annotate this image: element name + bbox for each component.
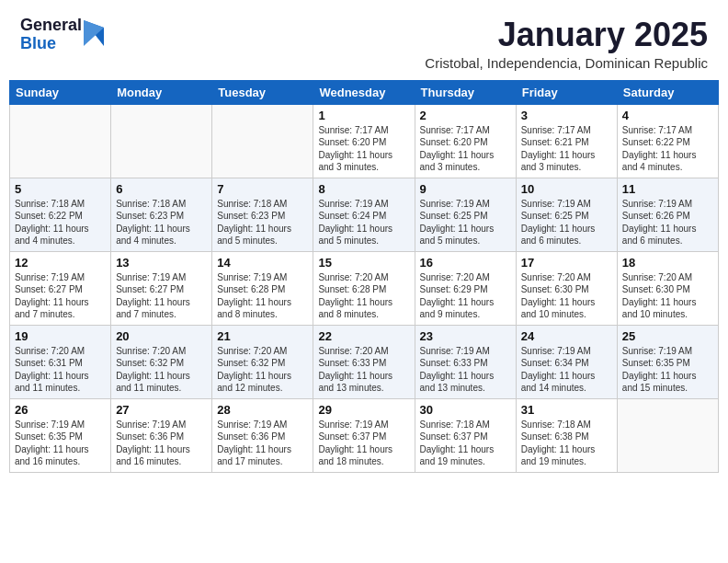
cell-info-text: Sunrise: 7:17 AM Sunset: 6:22 PM Dayligh… [622,124,713,174]
cell-date-number: 30 [420,403,511,417]
cell-info-text: Sunrise: 7:17 AM Sunset: 6:20 PM Dayligh… [420,124,511,174]
calendar-cell: 23Sunrise: 7:19 AM Sunset: 6:33 PM Dayli… [415,325,516,398]
calendar-cell: 13Sunrise: 7:19 AM Sunset: 6:27 PM Dayli… [111,251,212,325]
cell-date-number: 8 [318,182,409,196]
logo-general-text: General [20,17,82,35]
cell-info-text: Sunrise: 7:19 AM Sunset: 6:36 PM Dayligh… [217,419,308,468]
calendar-cell: 24Sunrise: 7:19 AM Sunset: 6:34 PM Dayli… [516,325,617,398]
cell-date-number: 9 [420,182,511,196]
cell-date-number: 10 [521,182,612,196]
cell-date-number: 4 [622,109,713,122]
cell-date-number: 5 [15,182,106,196]
cell-date-number: 2 [420,109,511,122]
cell-info-text: Sunrise: 7:19 AM Sunset: 6:27 PM Dayligh… [15,271,106,321]
calendar-header-row: SundayMondayTuesdayWednesdayThursdayFrid… [10,80,719,104]
calendar-cell: 28Sunrise: 7:19 AM Sunset: 6:36 PM Dayli… [212,398,313,472]
cell-date-number: 23 [420,329,511,343]
cell-info-text: Sunrise: 7:19 AM Sunset: 6:27 PM Dayligh… [116,271,207,321]
logo: General Blue [20,17,104,53]
calendar-cell: 12Sunrise: 7:19 AM Sunset: 6:27 PM Dayli… [10,251,111,325]
calendar-cell: 18Sunrise: 7:20 AM Sunset: 6:30 PM Dayli… [617,251,718,325]
month-title: January 2025 [425,17,708,53]
cell-info-text: Sunrise: 7:19 AM Sunset: 6:35 PM Dayligh… [15,419,106,468]
calendar-cell: 25Sunrise: 7:19 AM Sunset: 6:35 PM Dayli… [617,325,718,398]
cell-info-text: Sunrise: 7:20 AM Sunset: 6:30 PM Dayligh… [521,271,612,321]
calendar-week-row: 12Sunrise: 7:19 AM Sunset: 6:27 PM Dayli… [10,251,719,325]
day-header-friday: Friday [516,80,617,104]
cell-date-number: 21 [217,329,308,343]
day-header-tuesday: Tuesday [212,80,313,104]
calendar-cell [212,104,313,178]
cell-date-number: 14 [217,256,308,270]
cell-date-number: 22 [318,329,409,343]
cell-info-text: Sunrise: 7:20 AM Sunset: 6:31 PM Dayligh… [15,345,106,395]
cell-info-text: Sunrise: 7:19 AM Sunset: 6:26 PM Dayligh… [622,198,713,247]
cell-info-text: Sunrise: 7:19 AM Sunset: 6:34 PM Dayligh… [521,345,612,395]
calendar-cell: 30Sunrise: 7:18 AM Sunset: 6:37 PM Dayli… [415,398,516,472]
cell-info-text: Sunrise: 7:19 AM Sunset: 6:25 PM Dayligh… [420,198,511,247]
calendar-cell [10,104,111,178]
calendar-cell: 22Sunrise: 7:20 AM Sunset: 6:33 PM Dayli… [313,325,415,398]
cell-date-number: 20 [116,329,207,343]
cell-date-number: 3 [521,109,612,122]
cell-date-number: 29 [318,403,409,417]
cell-date-number: 7 [217,182,308,196]
calendar-cell: 26Sunrise: 7:19 AM Sunset: 6:35 PM Dayli… [10,398,111,472]
calendar-cell: 14Sunrise: 7:19 AM Sunset: 6:28 PM Dayli… [212,251,313,325]
cell-info-text: Sunrise: 7:19 AM Sunset: 6:25 PM Dayligh… [521,198,612,247]
cell-date-number: 31 [521,403,612,417]
cell-info-text: Sunrise: 7:19 AM Sunset: 6:37 PM Dayligh… [318,419,409,468]
cell-info-text: Sunrise: 7:18 AM Sunset: 6:23 PM Dayligh… [217,198,308,247]
location-subtitle: Cristobal, Independencia, Dominican Repu… [425,55,708,71]
cell-info-text: Sunrise: 7:20 AM Sunset: 6:28 PM Dayligh… [318,271,409,321]
calendar-week-row: 5Sunrise: 7:18 AM Sunset: 6:22 PM Daylig… [10,178,719,251]
calendar-cell: 19Sunrise: 7:20 AM Sunset: 6:31 PM Dayli… [10,325,111,398]
cell-info-text: Sunrise: 7:17 AM Sunset: 6:21 PM Dayligh… [521,124,612,174]
calendar-cell: 3Sunrise: 7:17 AM Sunset: 6:21 PM Daylig… [516,104,617,178]
day-header-thursday: Thursday [415,80,516,104]
calendar-cell: 11Sunrise: 7:19 AM Sunset: 6:26 PM Dayli… [617,178,718,251]
logo-icon [84,20,104,46]
cell-info-text: Sunrise: 7:19 AM Sunset: 6:24 PM Dayligh… [318,198,409,247]
cell-info-text: Sunrise: 7:20 AM Sunset: 6:33 PM Dayligh… [318,345,409,395]
cell-info-text: Sunrise: 7:18 AM Sunset: 6:38 PM Dayligh… [521,419,612,468]
cell-info-text: Sunrise: 7:20 AM Sunset: 6:32 PM Dayligh… [116,345,207,395]
day-header-sunday: Sunday [10,80,111,104]
cell-info-text: Sunrise: 7:19 AM Sunset: 6:36 PM Dayligh… [116,419,207,468]
calendar-cell [111,104,212,178]
cell-date-number: 25 [622,329,713,343]
calendar-cell: 16Sunrise: 7:20 AM Sunset: 6:29 PM Dayli… [415,251,516,325]
calendar-week-row: 19Sunrise: 7:20 AM Sunset: 6:31 PM Dayli… [10,325,719,398]
cell-info-text: Sunrise: 7:18 AM Sunset: 6:22 PM Dayligh… [15,198,106,247]
calendar-cell: 10Sunrise: 7:19 AM Sunset: 6:25 PM Dayli… [516,178,617,251]
calendar-cell: 2Sunrise: 7:17 AM Sunset: 6:20 PM Daylig… [415,104,516,178]
day-header-saturday: Saturday [617,80,718,104]
day-header-wednesday: Wednesday [313,80,415,104]
calendar-cell: 15Sunrise: 7:20 AM Sunset: 6:28 PM Dayli… [313,251,415,325]
calendar-cell: 27Sunrise: 7:19 AM Sunset: 6:36 PM Dayli… [111,398,212,472]
cell-date-number: 11 [622,182,713,196]
calendar-cell: 8Sunrise: 7:19 AM Sunset: 6:24 PM Daylig… [313,178,415,251]
calendar-cell [617,398,718,472]
day-header-monday: Monday [111,80,212,104]
cell-info-text: Sunrise: 7:19 AM Sunset: 6:33 PM Dayligh… [420,345,511,395]
cell-date-number: 12 [15,256,106,270]
cell-info-text: Sunrise: 7:19 AM Sunset: 6:28 PM Dayligh… [217,271,308,321]
cell-info-text: Sunrise: 7:18 AM Sunset: 6:37 PM Dayligh… [420,419,511,468]
cell-date-number: 18 [622,256,713,270]
cell-info-text: Sunrise: 7:20 AM Sunset: 6:30 PM Dayligh… [622,271,713,321]
cell-date-number: 13 [116,256,207,270]
cell-date-number: 17 [521,256,612,270]
calendar-cell: 9Sunrise: 7:19 AM Sunset: 6:25 PM Daylig… [415,178,516,251]
calendar-cell: 20Sunrise: 7:20 AM Sunset: 6:32 PM Dayli… [111,325,212,398]
header: General Blue January 2025 Cristobal, Ind… [9,9,719,75]
logo-blue-text: Blue [20,35,82,53]
cell-date-number: 26 [15,403,106,417]
cell-info-text: Sunrise: 7:20 AM Sunset: 6:29 PM Dayligh… [420,271,511,321]
calendar-table: SundayMondayTuesdayWednesdayThursdayFrid… [9,80,719,473]
cell-info-text: Sunrise: 7:19 AM Sunset: 6:35 PM Dayligh… [622,345,713,395]
calendar-cell: 31Sunrise: 7:18 AM Sunset: 6:38 PM Dayli… [516,398,617,472]
calendar-cell: 29Sunrise: 7:19 AM Sunset: 6:37 PM Dayli… [313,398,415,472]
calendar-week-row: 26Sunrise: 7:19 AM Sunset: 6:35 PM Dayli… [10,398,719,472]
cell-date-number: 24 [521,329,612,343]
